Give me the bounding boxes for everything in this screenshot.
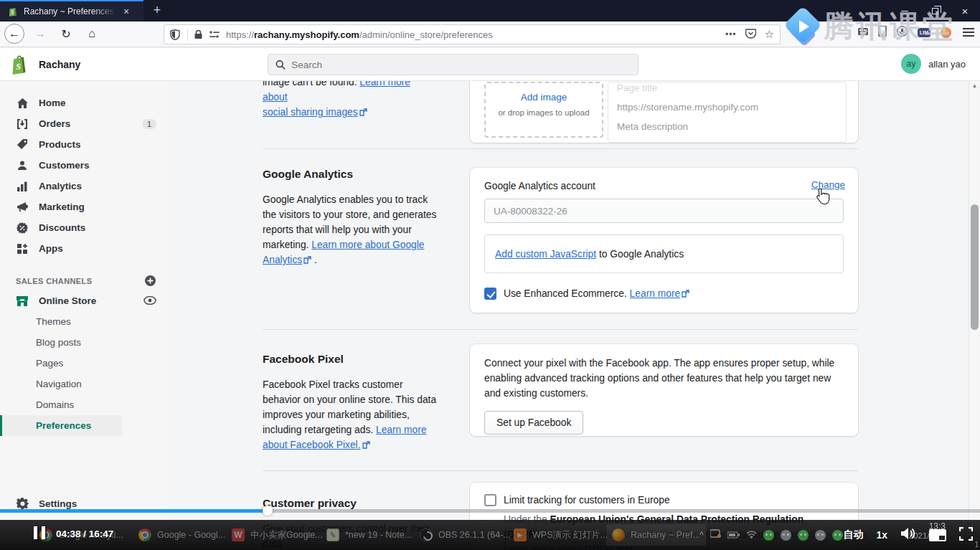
tray-wifi-icon[interactable]: [746, 528, 757, 541]
back-button[interactable]: ←: [4, 24, 24, 44]
scrollbar-thumb[interactable]: [971, 204, 979, 330]
add-custom-javascript-link[interactable]: Add custom JavaScript: [495, 249, 596, 260]
browser-tab[interactable]: S Rachany ~ Preferences ~ Sh ×: [0, 0, 143, 22]
window-restore-button[interactable]: [920, 0, 950, 22]
shopify-logo-icon[interactable]: S: [10, 54, 29, 75]
taskbar-item-chrome-google[interactable]: Google - Googl...: [138, 524, 225, 546]
user-menu[interactable]: ay allan yao: [901, 54, 966, 74]
sidebar-item-navigation[interactable]: Navigation: [0, 374, 166, 394]
sidebar-item-label: Pages: [36, 358, 63, 369]
taskbar-item-wps-slides[interactable]: ▶ WPS演示 幻灯片...: [514, 524, 608, 546]
limit-tracking-checkbox[interactable]: [484, 494, 496, 506]
ecommerce-learn-more-link[interactable]: Learn more: [630, 288, 681, 299]
enhanced-ecommerce-checkbox[interactable]: [484, 288, 496, 300]
sidebar-item-label: Domains: [36, 399, 74, 410]
change-link[interactable]: Change: [811, 179, 845, 190]
add-sales-channel-icon[interactable]: [144, 275, 156, 288]
social-sharing-section: image can't be found. Learn more aboutso…: [166, 81, 969, 143]
extension-mic-icon[interactable]: [897, 26, 908, 39]
sidebar-item-products[interactable]: Products: [0, 134, 166, 155]
wechat-icon[interactable]: [815, 530, 826, 541]
external-link-icon: [303, 253, 311, 268]
set-up-facebook-button[interactable]: Set up Facebook: [484, 411, 583, 435]
taskbar-label: OBS 26.1.1 (64-...: [438, 530, 511, 540]
drop-hint: or drop images to upload: [486, 108, 602, 117]
tray-mail-icon[interactable]: [710, 528, 721, 541]
sidebar-item-customers[interactable]: Customers: [0, 155, 166, 176]
page-actions-icon[interactable]: •••: [725, 29, 737, 39]
orders-count-badge: 1: [142, 119, 156, 129]
view-store-eye-icon[interactable]: [143, 296, 156, 306]
quality-selector[interactable]: 自动: [843, 528, 863, 541]
sidebar-item-label: Themes: [36, 316, 71, 327]
meta-description-field[interactable]: Meta description: [617, 117, 837, 136]
taskbar-item-firefox[interactable]: Rachany ~ Pref...: [606, 524, 706, 546]
sidebar-item-apps[interactable]: Apps: [0, 238, 166, 259]
search-input[interactable]: [291, 60, 631, 70]
sidebar-item-marketing[interactable]: Marketing: [0, 196, 166, 217]
window-minimize-button[interactable]: [890, 0, 920, 22]
extension-lim-badge[interactable]: LIM: [918, 28, 930, 37]
facebook-pixel-heading: Facebook Pixel: [263, 353, 438, 366]
fullscreen-icon[interactable]: [959, 527, 973, 544]
sidebar-item-orders[interactable]: Orders 1: [0, 113, 166, 134]
new-tab-button[interactable]: +: [148, 1, 166, 20]
add-image-link[interactable]: Add image: [486, 92, 602, 103]
sidebar-item-domains[interactable]: Domains: [0, 394, 166, 415]
image-dropzone[interactable]: Add image or drop images to upload: [484, 82, 603, 138]
preferences-page: image can't be found. Learn more aboutso…: [166, 81, 969, 550]
tray-battery-icon[interactable]: [727, 528, 740, 541]
pause-button[interactable]: [34, 526, 45, 539]
store-name[interactable]: Rachany: [39, 59, 80, 70]
shopify-top-bar: S Rachany ay allan yao: [0, 48, 980, 81]
ga-account-input[interactable]: UA-80008322-26: [484, 199, 844, 223]
wps-icon: W: [232, 528, 245, 541]
external-link-icon: [359, 105, 367, 120]
sidebar-item-discounts[interactable]: Discounts: [0, 217, 166, 238]
page-title-field[interactable]: Page title: [617, 81, 837, 98]
sidebar-item-preferences[interactable]: Preferences: [0, 415, 122, 436]
search-box[interactable]: [268, 54, 639, 75]
divider: [187, 28, 188, 41]
browser-tab-bar: S Rachany ~ Preferences ~ Sh × + ×: [0, 0, 980, 22]
sidebar-item-home[interactable]: Home: [0, 93, 166, 113]
video-progress-knob[interactable]: [263, 506, 273, 516]
tray-chevron-icon[interactable]: ^: [699, 530, 704, 540]
forward-button[interactable]: →: [30, 24, 50, 44]
sidebar-item-themes[interactable]: Themes: [0, 311, 166, 332]
notification-count-badge[interactable]: 1: [974, 541, 979, 549]
url-protocol: https://: [226, 29, 254, 40]
taskbar-item-notepad[interactable]: ✎ *new 19 - Note...: [326, 524, 412, 546]
window-close-button[interactable]: ×: [950, 0, 980, 22]
bookmark-star-icon[interactable]: ☆: [765, 28, 774, 41]
wechat-icon[interactable]: [781, 530, 791, 541]
tab-close-icon[interactable]: ×: [120, 6, 133, 17]
menu-icon[interactable]: [963, 28, 974, 37]
volume-icon[interactable]: [900, 527, 916, 543]
permissions-icon[interactable]: [209, 30, 220, 39]
scrollbar-up-arrow[interactable]: ▲: [969, 82, 980, 89]
sidebar-item-blog-posts[interactable]: Blog posts: [0, 332, 166, 353]
sidebar-item-analytics[interactable]: Analytics: [0, 176, 166, 196]
extension-grid-icon[interactable]: [858, 27, 868, 39]
extension-orange-icon[interactable]: [941, 27, 951, 38]
home-button[interactable]: ⌂: [82, 24, 102, 44]
speed-selector[interactable]: 1x: [876, 529, 887, 541]
seo-fields: Page title https://storename.myshopify.c…: [608, 82, 847, 143]
taskbar-item-obs[interactable]: OBS 26.1.1 (64-...: [420, 524, 511, 546]
web-fullscreen-icon[interactable]: [929, 529, 946, 541]
video-progress-bar[interactable]: [0, 509, 980, 513]
url-bar[interactable]: https://rachany.myshopify.com/admin/onli…: [164, 24, 781, 44]
tracking-protection-shield-icon[interactable]: [170, 29, 180, 40]
extension-phone-icon[interactable]: [878, 26, 887, 39]
sidebar-item-pages[interactable]: Pages: [0, 353, 166, 374]
taskbar-item-wps-doc[interactable]: W 中小卖家Google...: [232, 524, 323, 546]
sidebar-item-online-store[interactable]: Online Store: [0, 290, 166, 311]
wechat-icon[interactable]: [798, 530, 809, 541]
lock-icon[interactable]: [194, 29, 203, 39]
reload-button[interactable]: ↻: [56, 24, 76, 44]
wechat-icon[interactable]: [763, 530, 774, 541]
page-scrollbar[interactable]: ▲: [969, 81, 980, 550]
wechat-icon[interactable]: [832, 530, 843, 541]
pocket-icon[interactable]: [745, 29, 756, 41]
